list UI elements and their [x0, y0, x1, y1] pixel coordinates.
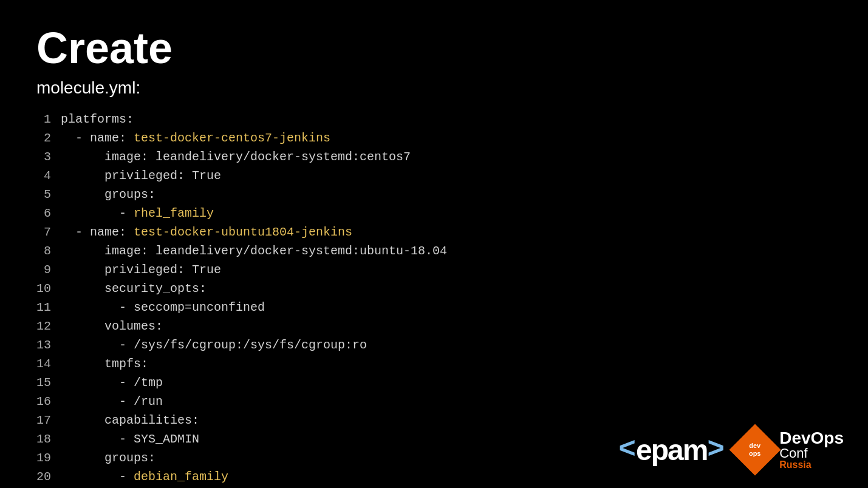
devops-icon: devops — [730, 424, 781, 476]
devops-conf-sub: Conf — [779, 447, 844, 460]
code-text-14: tmpfs: — [61, 354, 148, 373]
code-text-5: groups: — [61, 185, 155, 204]
code-text-7: - name: test-docker-ubuntu1804-jenkins — [61, 223, 352, 242]
code-line-9: 9 privileged: True — [36, 260, 832, 279]
code-line-12: 12 volumes: — [36, 317, 832, 336]
slide-content: Create molecule.yml: 1 platforms: 2 - na… — [0, 0, 868, 488]
line-num-10: 10 — [36, 279, 61, 298]
code-text-20: - debian_family — [61, 467, 228, 486]
devops-conf-text: DevOps Conf Russia — [779, 430, 844, 470]
line-num-2: 2 — [36, 129, 61, 147]
line-num-5: 5 — [36, 185, 61, 204]
highlight-20: debian_family — [134, 470, 228, 484]
epam-logo: < epam > — [618, 433, 725, 467]
code-line-11: 11 - seccomp=unconfined — [36, 298, 832, 317]
code-line-8: 8 image: leandelivery/docker-systemd:ubu… — [36, 242, 832, 260]
line-num-14: 14 — [36, 354, 61, 373]
code-line-7: 7 - name: test-docker-ubuntu1804-jenkins — [36, 223, 832, 242]
code-line-2: 2 - name: test-docker-centos7-jenkins — [36, 129, 832, 147]
code-line-16: 16 - /run — [36, 392, 832, 411]
line-num-9: 9 — [36, 260, 61, 279]
devops-conf-russia: Russia — [779, 460, 844, 470]
highlight-7: test-docker-ubuntu1804-jenkins — [134, 225, 352, 239]
line-num-3: 3 — [36, 147, 61, 166]
devops-icon-text: devops — [749, 442, 761, 458]
epam-bracket-right: > — [707, 433, 725, 466]
code-text-12: volumes: — [61, 317, 163, 336]
line-num-1: 1 — [36, 110, 61, 129]
line-num-13: 13 — [36, 336, 61, 354]
page-title: Create — [36, 24, 832, 72]
line-num-8: 8 — [36, 242, 61, 260]
code-line-3: 3 image: leandelivery/docker-systemd:cen… — [36, 147, 832, 166]
code-text-11: - seccomp=unconfined — [61, 298, 265, 317]
code-line-20: 20 - debian_family — [36, 467, 832, 486]
code-line-15: 15 - /tmp — [36, 373, 832, 392]
code-text-16: - /run — [61, 392, 163, 411]
devops-conf-logo: devops DevOps Conf Russia — [737, 430, 844, 470]
code-text-17: capabilities: — [61, 411, 199, 430]
code-line-14: 14 tmpfs: — [36, 354, 832, 373]
highlight-6: rhel_family — [134, 206, 214, 220]
code-line-10: 10 security_opts: — [36, 279, 832, 298]
line-num-17: 17 — [36, 411, 61, 430]
line-num-15: 15 — [36, 373, 61, 392]
code-text-15: - /tmp — [61, 373, 163, 392]
highlight-2: test-docker-centos7-jenkins — [134, 131, 330, 145]
code-line-4: 4 privileged: True — [36, 166, 832, 185]
code-line-13: 13 - /sys/fs/cgroup:/sys/fs/cgroup:ro — [36, 336, 832, 354]
code-text-18: - SYS_ADMIN — [61, 430, 199, 449]
code-text-2: - name: test-docker-centos7-jenkins — [61, 129, 330, 147]
line-num-7: 7 — [36, 223, 61, 242]
code-text-1: platforms: — [61, 110, 134, 129]
line-num-16: 16 — [36, 392, 61, 411]
line-num-12: 12 — [36, 317, 61, 336]
code-line-17: 17 capabilities: — [36, 411, 832, 430]
code-text-19: groups: — [61, 449, 155, 467]
code-line-6: 6 - rhel_family — [36, 204, 832, 223]
line-num-4: 4 — [36, 166, 61, 185]
line-num-6: 6 — [36, 204, 61, 223]
code-text-4: privileged: True — [61, 166, 221, 185]
code-text-9: privileged: True — [61, 260, 221, 279]
code-text-8: image: leandelivery/docker-systemd:ubunt… — [61, 242, 447, 260]
line-num-18: 18 — [36, 430, 61, 449]
logos-container: < epam > devops DevOps Conf Russia — [618, 430, 844, 470]
code-text-6: - rhel_family — [61, 204, 214, 223]
epam-text: epam — [636, 433, 707, 467]
code-line-5: 5 groups: — [36, 185, 832, 204]
page-subtitle: molecule.yml: — [36, 78, 832, 98]
line-num-11: 11 — [36, 298, 61, 317]
line-num-20: 20 — [36, 467, 61, 486]
line-num-19: 19 — [36, 449, 61, 467]
devops-conf-title: DevOps — [779, 430, 844, 447]
code-text-13: - /sys/fs/cgroup:/sys/fs/cgroup:ro — [61, 336, 367, 354]
epam-bracket-left: < — [618, 433, 636, 466]
code-text-3: image: leandelivery/docker-systemd:cento… — [61, 147, 411, 166]
code-text-10: security_opts: — [61, 279, 207, 298]
code-line-1: 1 platforms: — [36, 110, 832, 129]
